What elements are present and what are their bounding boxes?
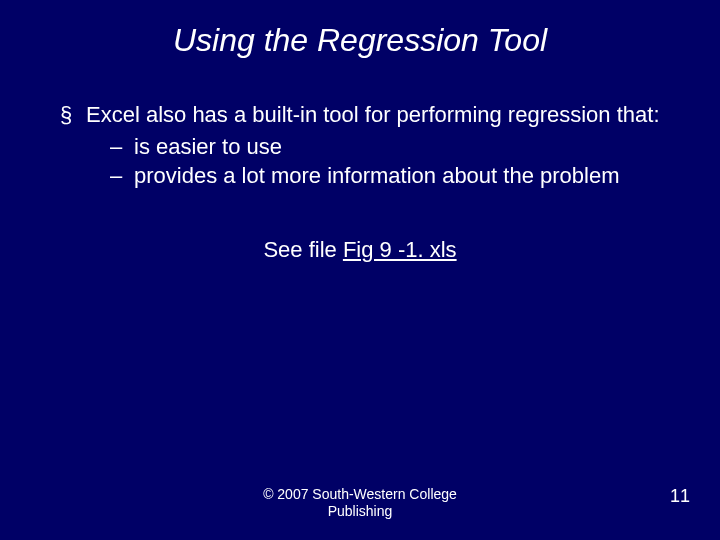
file-link[interactable]: Fig 9 -1. xls	[343, 237, 457, 262]
bullet-list: Excel also has a built-in tool for perfo…	[60, 101, 660, 190]
see-file-line: See file Fig 9 -1. xls	[60, 236, 660, 264]
sub-bullet-2: provides a lot more information about th…	[110, 162, 660, 190]
slide-footer: © 2007 South-Western College Publishing …	[0, 486, 720, 530]
copyright-text: © 2007 South-Western College Publishing	[230, 486, 490, 520]
page-number: 11	[670, 486, 690, 507]
sub-bullet-1: is easier to use	[110, 133, 660, 161]
bullet-main-text: Excel also has a built-in tool for perfo…	[86, 102, 660, 127]
sub-bullet-list: is easier to use provides a lot more inf…	[86, 133, 660, 190]
slide-title: Using the Regression Tool	[0, 0, 720, 59]
see-file-prefix: See file	[263, 237, 343, 262]
slide-body: Excel also has a built-in tool for perfo…	[0, 59, 720, 263]
slide: Using the Regression Tool Excel also has…	[0, 0, 720, 540]
bullet-main: Excel also has a built-in tool for perfo…	[60, 101, 660, 190]
